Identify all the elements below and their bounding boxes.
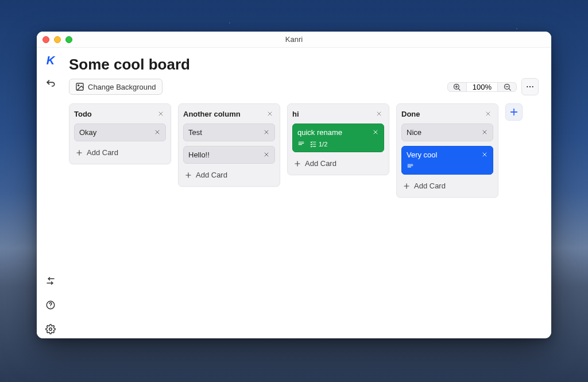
column-header: Todo bbox=[74, 109, 166, 119]
delete-card-button[interactable] bbox=[480, 150, 489, 159]
close-icon bbox=[376, 110, 382, 117]
change-background-label: Change Background bbox=[88, 83, 156, 91]
card-meta: 1/2 bbox=[297, 140, 379, 148]
more-options-button[interactable] bbox=[521, 78, 539, 95]
column-header: Done bbox=[401, 109, 493, 119]
checklist-count: 1/2 bbox=[319, 141, 327, 148]
more-horizontal-icon bbox=[525, 82, 535, 91]
delete-card-button[interactable] bbox=[480, 128, 489, 137]
zoom-value: 100% bbox=[466, 83, 498, 91]
delete-card-button[interactable] bbox=[262, 128, 271, 137]
add-card-button[interactable]: Add Card bbox=[401, 179, 493, 192]
close-icon bbox=[372, 129, 379, 136]
delete-column-button[interactable] bbox=[483, 109, 493, 119]
description-icon bbox=[407, 163, 414, 170]
app-window: Kanri K Some cool board Cha bbox=[37, 32, 551, 338]
plus-icon bbox=[184, 171, 192, 179]
transfer-icon bbox=[45, 276, 56, 286]
svg-point-12 bbox=[527, 86, 528, 87]
column[interactable]: Another columnTestHello!!Add Card bbox=[178, 103, 280, 187]
svg-point-13 bbox=[529, 86, 531, 87]
change-background-button[interactable]: Change Background bbox=[69, 79, 163, 95]
back-arrow-icon bbox=[45, 78, 56, 89]
add-card-button[interactable]: Add Card bbox=[74, 146, 166, 159]
card[interactable]: Okay bbox=[74, 124, 166, 141]
back-button[interactable] bbox=[41, 74, 60, 92]
close-icon bbox=[263, 129, 270, 136]
close-icon bbox=[485, 110, 492, 117]
close-icon bbox=[157, 110, 164, 117]
titlebar: Kanri bbox=[37, 32, 551, 48]
close-icon bbox=[263, 151, 270, 158]
add-card-label: Add Card bbox=[305, 159, 336, 168]
add-column-button[interactable] bbox=[505, 103, 523, 121]
add-card-button[interactable]: Add Card bbox=[183, 168, 275, 182]
column[interactable]: TodoOkayAdd Card bbox=[69, 103, 171, 164]
zoom-out-button[interactable] bbox=[498, 83, 516, 91]
app-logo[interactable]: K bbox=[42, 52, 59, 68]
titlebar-title: Kanri bbox=[285, 35, 303, 44]
delete-card-button[interactable] bbox=[153, 128, 162, 137]
import-export-button[interactable] bbox=[41, 272, 60, 290]
checklist-indicator: 1/2 bbox=[310, 140, 327, 148]
svg-line-10 bbox=[509, 88, 510, 90]
image-icon bbox=[75, 82, 84, 91]
main: Some cool board Change Background 100% bbox=[64, 48, 551, 338]
card[interactable]: Test bbox=[183, 124, 275, 141]
board: TodoOkayAdd CardAnother columnTestHello!… bbox=[69, 103, 539, 333]
description-indicator bbox=[407, 163, 414, 170]
svg-line-6 bbox=[459, 88, 461, 90]
settings-button[interactable] bbox=[41, 320, 60, 338]
delete-card-button[interactable] bbox=[371, 128, 380, 137]
plus-icon bbox=[403, 182, 411, 190]
window-minimize-button[interactable] bbox=[54, 36, 61, 43]
board-title[interactable]: Some cool board bbox=[69, 56, 539, 74]
close-icon bbox=[154, 129, 161, 136]
card[interactable]: Very cool bbox=[401, 146, 493, 175]
column-title[interactable]: Another column bbox=[183, 110, 265, 118]
window-zoom-button[interactable] bbox=[65, 36, 72, 43]
card-meta bbox=[407, 163, 488, 170]
card[interactable]: Hello!! bbox=[183, 146, 275, 164]
card-title: Okay bbox=[79, 128, 96, 137]
plus-icon bbox=[75, 149, 83, 157]
column[interactable]: DoneNiceVery coolAdd Card bbox=[396, 103, 498, 198]
zoom-in-button[interactable] bbox=[448, 83, 466, 91]
delete-column-button[interactable] bbox=[156, 109, 166, 119]
app-body: K Some cool board Change Background bbox=[37, 48, 551, 338]
column-header: Another column bbox=[183, 109, 275, 119]
delete-card-button[interactable] bbox=[262, 150, 271, 159]
zoom-out-icon bbox=[503, 83, 512, 91]
gear-icon bbox=[45, 324, 56, 334]
column-title[interactable]: hi bbox=[292, 110, 374, 118]
close-icon bbox=[481, 151, 488, 158]
card-title: Nice bbox=[407, 128, 421, 137]
window-traffic-lights bbox=[42, 36, 72, 43]
svg-point-14 bbox=[532, 86, 533, 87]
toolbar: Change Background 100% bbox=[69, 78, 539, 95]
card[interactable]: Nice bbox=[401, 124, 493, 141]
close-icon bbox=[481, 129, 488, 136]
add-card-label: Add Card bbox=[196, 171, 227, 179]
add-card-label: Add Card bbox=[87, 148, 118, 157]
column[interactable]: hiquick rename1/2Add Card bbox=[287, 103, 389, 175]
zoom-in-icon bbox=[452, 83, 461, 91]
add-card-button[interactable]: Add Card bbox=[292, 157, 384, 170]
plus-icon bbox=[509, 107, 519, 117]
help-button[interactable] bbox=[41, 296, 60, 314]
card[interactable]: quick rename1/2 bbox=[292, 124, 384, 152]
checklist-icon bbox=[310, 140, 317, 148]
sidebar: K bbox=[37, 48, 64, 338]
plus-icon bbox=[293, 160, 301, 168]
delete-column-button[interactable] bbox=[265, 109, 275, 119]
column-title[interactable]: Todo bbox=[74, 110, 156, 118]
delete-column-button[interactable] bbox=[374, 109, 384, 119]
card-title: Test bbox=[188, 128, 202, 137]
card-title: quick rename bbox=[297, 128, 342, 137]
window-close-button[interactable] bbox=[42, 36, 49, 43]
column-title[interactable]: Done bbox=[401, 110, 483, 118]
card-title: Hello!! bbox=[188, 151, 210, 159]
description-indicator bbox=[297, 140, 305, 148]
svg-point-4 bbox=[78, 85, 79, 86]
add-card-label: Add Card bbox=[414, 182, 446, 190]
